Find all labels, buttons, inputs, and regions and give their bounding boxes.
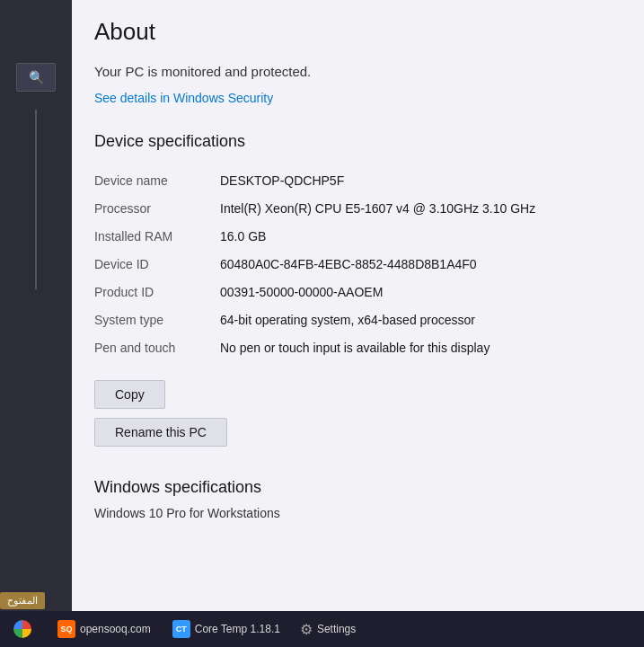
gear-icon: ⚙: [300, 621, 313, 638]
spec-value: 60480A0C-84FB-4EBC-8852-4488D8B1A4F0: [220, 251, 617, 279]
spec-label: Device ID: [94, 251, 220, 279]
sidebar-search-button[interactable]: 🔍: [16, 63, 56, 92]
main-content: About Your PC is monitored and protected…: [72, 0, 644, 611]
search-icon: 🔍: [29, 70, 44, 84]
spec-label: Processor: [94, 195, 220, 223]
spec-row: System type64-bit operating system, x64-…: [94, 306, 617, 334]
rename-pc-button[interactable]: Rename this PC: [94, 418, 227, 447]
opensooq-label: opensooq.com: [80, 623, 151, 635]
taskbar-chrome[interactable]: [4, 616, 45, 642]
coretemp-icon: CT: [172, 620, 190, 638]
spec-label: Product ID: [94, 279, 220, 306]
spec-row: Device nameDESKTOP-QDCHP5F: [94, 167, 617, 195]
windows-specs-title: Windows specifications: [94, 478, 617, 497]
copy-button[interactable]: Copy: [94, 380, 165, 409]
windows-edition: Windows 10 Pro for Workstations: [94, 506, 617, 520]
watermark-text: المفتوح: [7, 595, 38, 606]
security-notice: Your PC is monitored and protected.: [94, 62, 617, 83]
spec-label: Installed RAM: [94, 223, 220, 251]
spec-value: Intel(R) Xeon(R) CPU E5-1607 v4 @ 3.10GH…: [220, 195, 617, 223]
taskbar-coretemp[interactable]: CT Core Temp 1.18.1: [163, 616, 289, 642]
settings-label: Settings: [317, 623, 356, 635]
taskbar-settings[interactable]: ⚙ Settings: [293, 617, 363, 642]
device-specs-table: Device nameDESKTOP-QDCHP5FProcessorIntel…: [94, 167, 617, 362]
sidebar-divider: [35, 110, 37, 289]
spec-row: ProcessorIntel(R) Xeon(R) CPU E5-1607 v4…: [94, 195, 617, 223]
spec-row: Device ID60480A0C-84FB-4EBC-8852-4488D8B…: [94, 251, 617, 279]
spec-label: System type: [94, 306, 220, 334]
windows-security-link[interactable]: See details in Windows Security: [94, 91, 273, 105]
spec-row: Pen and touchNo pen or touch input is av…: [94, 334, 617, 362]
spec-row: Installed RAM16.0 GB: [94, 223, 617, 251]
spec-value: 16.0 GB: [220, 223, 617, 251]
spec-row: Product ID00391-50000-00000-AAOEM: [94, 279, 617, 306]
opensooq-icon: SQ: [57, 620, 75, 638]
taskbar-opensooq[interactable]: SQ opensooq.com: [49, 616, 160, 642]
watermark: المفتوح: [0, 592, 45, 609]
spec-value: 00391-50000-00000-AAOEM: [220, 279, 617, 306]
sidebar: 🔍: [0, 0, 72, 611]
spec-value: 64-bit operating system, x64-based proce…: [220, 306, 617, 334]
spec-value: No pen or touch input is available for t…: [220, 334, 617, 362]
chrome-icon: [13, 620, 31, 638]
page-title: About: [94, 18, 617, 46]
device-specs-title: Device specifications: [94, 132, 617, 151]
spec-label: Device name: [94, 167, 220, 195]
action-buttons: Copy Rename this PC: [94, 380, 617, 456]
coretemp-label: Core Temp 1.18.1: [195, 623, 280, 635]
taskbar: SQ opensooq.com CT Core Temp 1.18.1 ⚙ Se…: [0, 611, 644, 647]
spec-value: DESKTOP-QDCHP5F: [220, 167, 617, 195]
spec-label: Pen and touch: [94, 334, 220, 362]
